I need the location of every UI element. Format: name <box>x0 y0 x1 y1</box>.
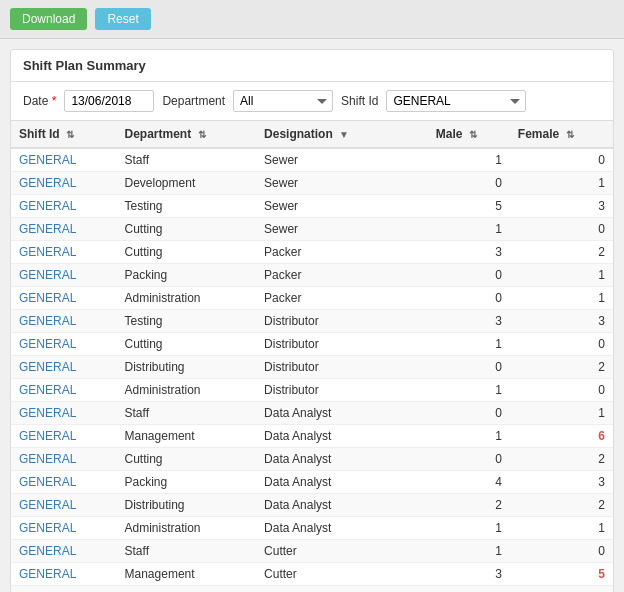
table-row: GENERAL Staff Data Analyst 0 1 <box>11 402 613 425</box>
cell-designation: Sewer <box>256 195 428 218</box>
cell-male: 2 <box>428 586 510 593</box>
cell-male: 0 <box>428 356 510 379</box>
table-row: GENERAL Management Cutter 3 5 <box>11 563 613 586</box>
cell-shift-id: GENERAL <box>11 425 117 448</box>
col-male[interactable]: Male ⇅ <box>428 121 510 148</box>
cell-designation: Distributor <box>256 310 428 333</box>
cell-department: Distributing <box>117 356 257 379</box>
cell-department: Staff <box>117 540 257 563</box>
cell-female: 1 <box>510 264 613 287</box>
cell-female: 0 <box>510 540 613 563</box>
main-content: Shift Plan Summary Date * Department All… <box>0 39 624 592</box>
date-input[interactable] <box>64 90 154 112</box>
cell-designation: Data Analyst <box>256 425 428 448</box>
cell-designation: Distributor <box>256 379 428 402</box>
cell-shift-id: GENERAL <box>11 448 117 471</box>
cell-department: Packing <box>117 264 257 287</box>
cell-female: 2 <box>510 356 613 379</box>
cell-shift-id: GENERAL <box>11 310 117 333</box>
cell-female: 0 <box>510 148 613 172</box>
department-label: Department <box>162 94 225 108</box>
cell-female: 1 <box>510 402 613 425</box>
cell-department: Staff <box>117 148 257 172</box>
table-row: GENERAL Packing Packer 0 1 <box>11 264 613 287</box>
cell-designation: Data Analyst <box>256 517 428 540</box>
table-row: GENERAL Cutting Distributor 1 0 <box>11 333 613 356</box>
cell-shift-id: GENERAL <box>11 471 117 494</box>
cell-department: Management <box>117 563 257 586</box>
col-department[interactable]: Department ⇅ <box>117 121 257 148</box>
cell-male: 3 <box>428 310 510 333</box>
table-row: GENERAL Packing Data Analyst 4 3 <box>11 471 613 494</box>
table-row: GENERAL Testing Sewer 5 3 <box>11 195 613 218</box>
table-row: GENERAL Development Cutter 2 3 <box>11 586 613 593</box>
female-sort-icon: ⇅ <box>566 129 574 140</box>
cell-male: 3 <box>428 563 510 586</box>
cell-male: 5 <box>428 195 510 218</box>
department-select[interactable]: All Staff Development Testing Cutting Pa… <box>233 90 333 112</box>
filter-row: Date * Department All Staff Development … <box>11 82 613 121</box>
cell-department: Administration <box>117 379 257 402</box>
cell-designation: Distributor <box>256 356 428 379</box>
cell-female: 1 <box>510 517 613 540</box>
table-row: GENERAL Administration Packer 0 1 <box>11 287 613 310</box>
col-shift-id[interactable]: Shift Id ⇅ <box>11 121 117 148</box>
cell-male: 2 <box>428 494 510 517</box>
cell-shift-id: GENERAL <box>11 586 117 593</box>
col-designation[interactable]: Designation ▼ <box>256 121 428 148</box>
cell-shift-id: GENERAL <box>11 218 117 241</box>
table-row: GENERAL Staff Sewer 1 0 <box>11 148 613 172</box>
shift-id-sort-icon: ⇅ <box>66 129 74 140</box>
cell-male: 1 <box>428 540 510 563</box>
cell-shift-id: GENERAL <box>11 379 117 402</box>
cell-department: Development <box>117 586 257 593</box>
table-row: GENERAL Administration Distributor 1 0 <box>11 379 613 402</box>
department-sort-icon: ⇅ <box>198 129 206 140</box>
top-bar: Download Reset <box>0 0 624 39</box>
cell-department: Development <box>117 172 257 195</box>
cell-department: Cutting <box>117 333 257 356</box>
cell-department: Administration <box>117 287 257 310</box>
cell-female: 1 <box>510 172 613 195</box>
cell-shift-id: GENERAL <box>11 264 117 287</box>
cell-designation: Cutter <box>256 540 428 563</box>
cell-female: 0 <box>510 218 613 241</box>
cell-female: 2 <box>510 241 613 264</box>
reset-button[interactable]: Reset <box>95 8 150 30</box>
cell-designation: Data Analyst <box>256 402 428 425</box>
cell-female: 0 <box>510 333 613 356</box>
cell-shift-id: GENERAL <box>11 172 117 195</box>
cell-department: Management <box>117 425 257 448</box>
cell-department: Cutting <box>117 218 257 241</box>
download-button[interactable]: Download <box>10 8 87 30</box>
cell-shift-id: GENERAL <box>11 517 117 540</box>
table-row: GENERAL Distributing Distributor 0 2 <box>11 356 613 379</box>
cell-shift-id: GENERAL <box>11 540 117 563</box>
cell-male: 4 <box>428 471 510 494</box>
cell-shift-id: GENERAL <box>11 333 117 356</box>
cell-female: 3 <box>510 195 613 218</box>
table-row: GENERAL Administration Data Analyst 1 1 <box>11 517 613 540</box>
table-header-row: Shift Id ⇅ Department ⇅ Designation ▼ Ma… <box>11 121 613 148</box>
cell-female: 1 <box>510 287 613 310</box>
cell-department: Staff <box>117 402 257 425</box>
cell-female: 3 <box>510 310 613 333</box>
cell-department: Testing <box>117 310 257 333</box>
cell-male: 0 <box>428 172 510 195</box>
cell-designation: Sewer <box>256 148 428 172</box>
shift-id-select[interactable]: GENERAL MORNING EVENING NIGHT <box>386 90 526 112</box>
table-row: GENERAL Management Data Analyst 1 6 <box>11 425 613 448</box>
cell-shift-id: GENERAL <box>11 148 117 172</box>
cell-department: Packing <box>117 471 257 494</box>
cell-male: 1 <box>428 425 510 448</box>
table-row: GENERAL Testing Distributor 3 3 <box>11 310 613 333</box>
cell-designation: Packer <box>256 264 428 287</box>
cell-department: Cutting <box>117 448 257 471</box>
cell-shift-id: GENERAL <box>11 241 117 264</box>
table-row: GENERAL Cutting Data Analyst 0 2 <box>11 448 613 471</box>
cell-designation: Cutter <box>256 563 428 586</box>
cell-male: 1 <box>428 148 510 172</box>
cell-male: 1 <box>428 218 510 241</box>
cell-shift-id: GENERAL <box>11 494 117 517</box>
col-female[interactable]: Female ⇅ <box>510 121 613 148</box>
